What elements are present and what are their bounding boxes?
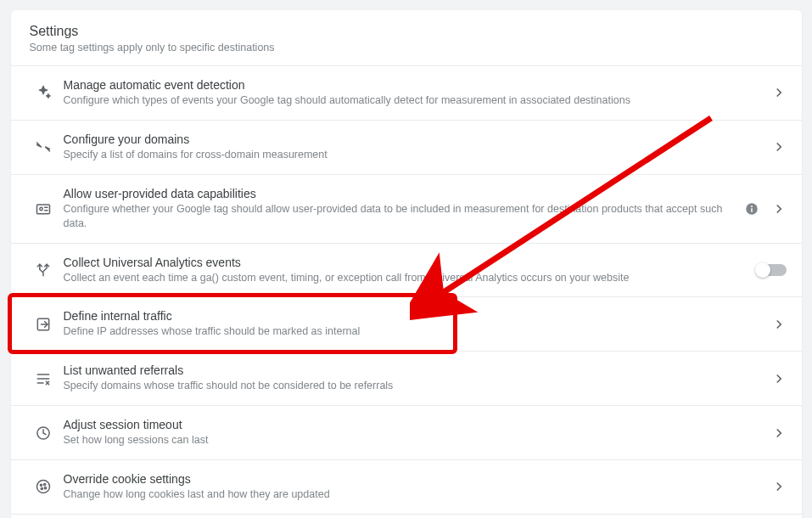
row-actions bbox=[744, 201, 787, 217]
svg-point-5 bbox=[751, 206, 753, 207]
row-title: Adjust session timeout bbox=[64, 418, 761, 431]
row-desc: Define IP addresses whose traffic should… bbox=[64, 324, 761, 339]
chevron-right-icon bbox=[771, 425, 787, 441]
row-desc: Change how long cookies last and how the… bbox=[64, 487, 761, 502]
settings-footer: Show less bbox=[11, 514, 802, 518]
chevron-right-icon bbox=[771, 371, 787, 386]
chevron-right-icon bbox=[771, 201, 787, 217]
row-desc: Configure whether your Google tag should… bbox=[64, 202, 734, 231]
row-body: Override cookie settingsChange how long … bbox=[60, 472, 771, 502]
info-icon[interactable] bbox=[744, 201, 759, 217]
row-desc: Collect an event each time a ga() custom… bbox=[64, 271, 746, 285]
settings-row-override-cookie-settings[interactable]: Override cookie settingsChange how long … bbox=[11, 459, 802, 514]
row-body: Allow user-provided data capabilitiesCon… bbox=[60, 187, 744, 231]
row-body: Manage automatic event detectionConfigur… bbox=[60, 78, 771, 108]
chevron-right-icon bbox=[771, 317, 787, 332]
row-actions bbox=[771, 139, 787, 155]
row-actions bbox=[756, 264, 787, 276]
header-title: Settings bbox=[30, 24, 783, 39]
sparkle-icon bbox=[26, 84, 60, 101]
row-title: List unwanted referrals bbox=[64, 363, 761, 377]
svg-point-16 bbox=[43, 484, 45, 486]
row-actions bbox=[771, 425, 787, 441]
row-title: Collect Universal Analytics events bbox=[64, 256, 746, 269]
row-actions bbox=[771, 85, 787, 100]
svg-rect-6 bbox=[751, 208, 753, 212]
row-actions bbox=[771, 317, 787, 332]
settings-row-configure-your-domains[interactable]: Configure your domainsSpecify a list of … bbox=[11, 120, 802, 174]
row-body: Define internal trafficDefine IP address… bbox=[60, 309, 771, 339]
row-title: Override cookie settings bbox=[64, 472, 761, 486]
list-x-icon bbox=[26, 370, 60, 387]
svg-point-15 bbox=[40, 485, 42, 487]
settings-card: Settings Some tag settings apply only to… bbox=[11, 10, 802, 518]
cookie-icon bbox=[26, 478, 60, 495]
branch-icon bbox=[26, 262, 60, 279]
row-desc: Set how long sessions can last bbox=[64, 433, 761, 448]
svg-point-17 bbox=[41, 488, 42, 490]
chevron-right-icon bbox=[771, 139, 787, 155]
row-desc: Configure which types of events your Goo… bbox=[64, 93, 761, 108]
clock-icon bbox=[26, 425, 60, 442]
settings-row-adjust-session-timeout[interactable]: Adjust session timeoutSet how long sessi… bbox=[11, 405, 802, 459]
id-card-icon bbox=[26, 200, 60, 217]
row-desc: Specify a list of domains for cross-doma… bbox=[64, 148, 761, 162]
row-title: Manage automatic event detection bbox=[64, 78, 761, 92]
row-actions bbox=[771, 371, 787, 386]
row-title: Configure your domains bbox=[64, 132, 761, 146]
svg-point-18 bbox=[44, 487, 46, 489]
settings-row-allow-user-provided-data-capabilities[interactable]: Allow user-provided data capabilitiesCon… bbox=[11, 174, 802, 243]
login-icon bbox=[26, 316, 60, 333]
settings-row-manage-automatic-event-detection[interactable]: Manage automatic event detectionConfigur… bbox=[11, 65, 802, 120]
row-title: Define internal traffic bbox=[64, 309, 761, 323]
row-body: Configure your domainsSpecify a list of … bbox=[60, 132, 771, 162]
svg-rect-0 bbox=[36, 205, 49, 214]
arrows-converge-icon bbox=[26, 138, 60, 155]
row-title: Allow user-provided data capabilities bbox=[64, 187, 734, 200]
settings-row-list-unwanted-referrals[interactable]: List unwanted referralsSpecify domains w… bbox=[11, 351, 802, 405]
row-actions bbox=[771, 479, 787, 494]
chevron-right-icon bbox=[771, 85, 787, 100]
settings-row-collect-universal-analytics-events[interactable]: Collect Universal Analytics eventsCollec… bbox=[11, 243, 802, 297]
row-body: Adjust session timeoutSet how long sessi… bbox=[60, 418, 771, 448]
row-body: List unwanted referralsSpecify domains w… bbox=[60, 363, 771, 393]
svg-point-1 bbox=[39, 207, 42, 210]
chevron-right-icon bbox=[771, 479, 787, 494]
row-body: Collect Universal Analytics eventsCollec… bbox=[60, 256, 756, 285]
settings-row-define-internal-traffic[interactable]: Define internal trafficDefine IP address… bbox=[11, 296, 802, 351]
row-desc: Specify domains whose traffic should not… bbox=[64, 379, 761, 393]
toggle-switch[interactable] bbox=[756, 264, 787, 276]
header-subtitle: Some tag settings apply only to specific… bbox=[30, 42, 783, 53]
svg-point-14 bbox=[36, 481, 49, 493]
settings-header: Settings Some tag settings apply only to… bbox=[11, 10, 802, 65]
